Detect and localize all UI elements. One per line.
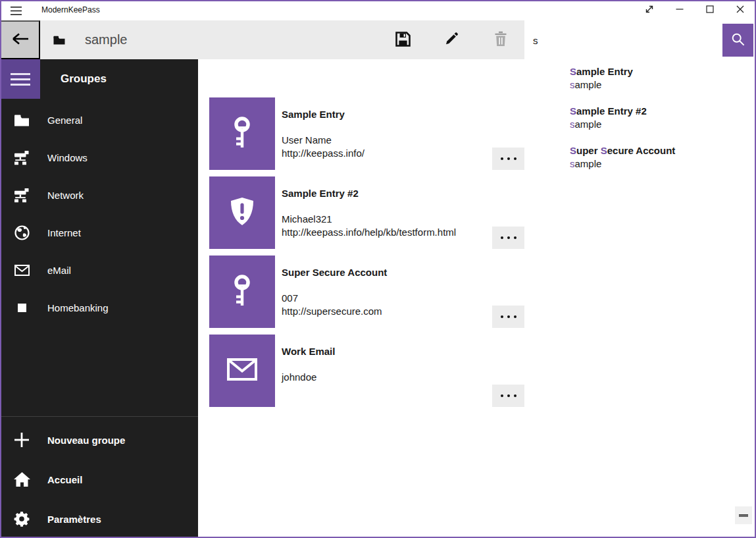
sidebar: Groupes General Windows Network: [0, 59, 198, 538]
groups-header: Groupes: [61, 59, 107, 99]
more-options-button[interactable]: [492, 306, 525, 328]
appbar: sample: [0, 20, 524, 59]
plus-icon: [13, 432, 30, 448]
app-title: ModernKeePass: [41, 0, 100, 20]
more-options-button[interactable]: [492, 148, 525, 170]
scrollbar-decrement-button[interactable]: [735, 506, 752, 524]
sidebar-item-network[interactable]: Network: [0, 176, 198, 214]
search-suggestion[interactable]: Super Secure Account sample: [524, 144, 755, 184]
shield-warning-icon: [229, 196, 255, 229]
mail-icon: [13, 265, 30, 276]
entry-title: Sample Entry #2: [282, 188, 359, 199]
sidebar-item-label: Accueil: [47, 474, 82, 485]
search-input[interactable]: [524, 24, 722, 57]
square-icon: [13, 304, 30, 312]
suggestion-subtitle: sample: [570, 157, 755, 171]
entry-tile: [209, 335, 275, 407]
ellipsis-icon: [501, 157, 503, 160]
back-arrow-icon: [11, 31, 30, 49]
search-suggestion[interactable]: Sample Entry sample: [524, 65, 755, 105]
key-icon: [232, 117, 252, 151]
sidebar-item-email[interactable]: eMail: [0, 252, 198, 289]
sidebar-item-settings[interactable]: Paramètres: [0, 499, 198, 538]
sidebar-item-label: Windows: [47, 152, 88, 163]
entry-details: johndoe: [282, 371, 316, 384]
entry-url: http://keepass.info/help/kb/testform.htm…: [282, 226, 456, 239]
entry-tile: [209, 176, 275, 249]
ellipsis-icon: [501, 236, 503, 239]
sidebar-item-home[interactable]: Accueil: [0, 460, 198, 499]
entry-username: Michael321: [282, 213, 456, 226]
entry-username: johndoe: [282, 371, 316, 384]
folder-icon: [13, 115, 30, 126]
entry-username: User Name: [282, 134, 365, 147]
suggestion-title: Sample Entry: [570, 65, 755, 78]
sidebar-item-label: Homebanking: [47, 302, 109, 313]
close-icon: [736, 5, 744, 15]
fullscreen-button[interactable]: [634, 0, 665, 20]
sidebar-item-label: Paramètres: [47, 514, 101, 525]
search-flyout: Sample Entry sample Sample Entry #2 samp…: [524, 20, 755, 537]
entry-username: 007: [282, 292, 382, 305]
network-icon: [13, 188, 30, 203]
edit-button[interactable]: [435, 20, 468, 59]
hamburger-icon: [11, 73, 30, 75]
search-button[interactable]: [722, 24, 753, 57]
maximize-icon: [706, 5, 714, 15]
entry-url: http://keepass.info/: [282, 147, 365, 160]
sidebar-item-label: eMail: [47, 265, 71, 276]
titlebar: ModernKeePass: [0, 0, 756, 20]
suggestion-subtitle: sample: [570, 78, 755, 92]
key-icon: [232, 275, 252, 309]
entry-details: 007 http://supersecure.com: [282, 292, 382, 318]
minimize-button[interactable]: [665, 0, 695, 20]
entry-title: Sample Entry: [282, 109, 345, 120]
sidebar-actions: Nouveau groupe Accueil Paramètres: [0, 420, 198, 538]
suggestion-subtitle: sample: [570, 118, 755, 131]
entry-title: Work Email: [282, 346, 335, 357]
mail-icon: [227, 358, 257, 383]
sidebar-divider: [0, 416, 198, 417]
entry-tile: [209, 256, 275, 328]
ellipsis-icon: [501, 394, 503, 397]
hamburger-menu-button[interactable]: [0, 59, 40, 99]
search-suggestions: Sample Entry sample Sample Entry #2 samp…: [524, 65, 755, 184]
suggestion-title: Super Secure Account: [570, 144, 755, 157]
sidebar-item-internet[interactable]: Internet: [0, 214, 198, 252]
entry-tile: [209, 97, 275, 170]
trash-icon: [494, 31, 507, 49]
maximize-button[interactable]: [695, 0, 725, 20]
save-button[interactable]: [386, 20, 419, 59]
close-button[interactable]: [725, 0, 755, 20]
sidebar-item-new-group[interactable]: Nouveau groupe: [0, 420, 198, 460]
home-icon: [13, 472, 30, 487]
minus-icon: [739, 514, 748, 517]
gear-icon: [13, 511, 30, 527]
database-title: sample: [85, 20, 127, 59]
entry-details: User Name http://keepass.info/: [282, 134, 365, 160]
sidebar-item-label: Network: [47, 190, 84, 201]
entry-details: Michael321 http://keepass.info/help/kb/t…: [282, 213, 456, 239]
entry-row[interactable]: Sample Entry #2 Michael321 http://keepas…: [209, 176, 525, 249]
delete-button[interactable]: [484, 20, 517, 59]
titlebar-hamburger-icon[interactable]: [11, 6, 22, 14]
app-window: ModernKeePass: [0, 0, 756, 538]
back-button[interactable]: [0, 20, 40, 59]
more-options-button[interactable]: [492, 227, 525, 249]
search-suggestion[interactable]: Sample Entry #2 sample: [524, 105, 755, 144]
entry-row[interactable]: Sample Entry User Name http://keepass.in…: [209, 97, 525, 170]
ellipsis-icon: [501, 315, 503, 318]
database-folder-icon: [53, 36, 65, 47]
sidebar-item-label: General: [47, 115, 82, 126]
edit-icon: [444, 32, 459, 48]
entry-row[interactable]: Super Secure Account 007 http://supersec…: [209, 256, 525, 328]
window-controls: [634, 0, 755, 20]
entry-row[interactable]: Work Email johndoe: [209, 335, 525, 407]
sidebar-item-general[interactable]: General: [0, 101, 198, 139]
sidebar-item-homebanking[interactable]: Homebanking: [0, 289, 198, 327]
more-options-button[interactable]: [492, 385, 525, 407]
sidebar-item-windows[interactable]: Windows: [0, 139, 198, 176]
groups-list: General Windows Network Internet: [0, 101, 198, 327]
save-icon: [395, 32, 411, 49]
fullscreen-icon: [645, 5, 654, 16]
